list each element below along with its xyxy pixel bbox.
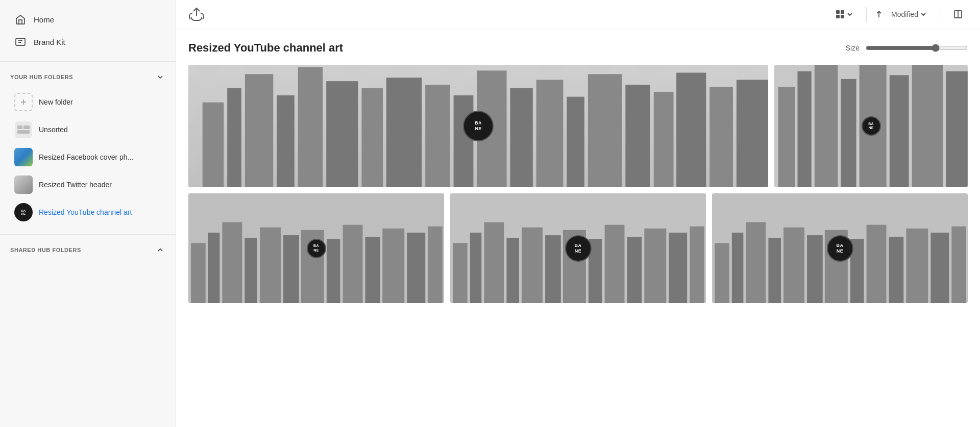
svg-rect-47	[222, 222, 242, 303]
svg-rect-84	[930, 233, 949, 303]
sidebar-item-brand-kit[interactable]: Brand Kit	[10, 31, 165, 53]
yt-thumb-text: BANE	[21, 209, 26, 215]
svg-rect-52	[327, 239, 340, 303]
sidebar-item-home[interactable]: Home	[10, 8, 165, 31]
bane-logo-text-4: BANE	[575, 243, 582, 254]
layout-icon	[953, 10, 963, 19]
sort-dropdown-icon	[920, 11, 926, 17]
main-toolbar: Modified	[176, 0, 980, 29]
svg-rect-19	[298, 67, 323, 187]
svg-rect-7	[836, 10, 840, 14]
upload-button[interactable]	[188, 6, 205, 22]
svg-rect-4	[17, 125, 22, 129]
content-header: Resized YouTube channel art Size	[188, 41, 968, 55]
brand-kit-icon	[14, 36, 27, 48]
skyline-bg-3: BANE	[188, 193, 444, 303]
svg-rect-21	[361, 88, 383, 187]
size-slider[interactable]	[866, 44, 968, 52]
hub-folders-header: YOUR HUB FOLDERS	[10, 72, 165, 82]
svg-rect-71	[690, 227, 704, 303]
twitter-label: Resized Twitter header	[39, 181, 112, 189]
hub-folders-title: YOUR HUB FOLDERS	[10, 74, 73, 80]
svg-rect-50	[283, 235, 299, 303]
svg-rect-36	[778, 87, 795, 187]
home-label: Home	[34, 15, 54, 24]
svg-rect-43	[946, 71, 968, 187]
page-title: Resized YouTube channel art	[188, 41, 343, 55]
facebook-label: Resized Facebook cover ph...	[39, 153, 133, 161]
svg-rect-76	[768, 238, 781, 303]
brand-kit-label: Brand Kit	[34, 38, 65, 46]
svg-rect-41	[890, 75, 909, 187]
image-card-3[interactable]: BANE	[188, 193, 444, 303]
svg-rect-38	[815, 65, 838, 187]
hub-folders-collapse-button[interactable]	[155, 72, 165, 82]
svg-rect-82	[889, 237, 904, 303]
svg-rect-67	[605, 225, 625, 303]
grid-view-button[interactable]	[830, 7, 858, 22]
svg-rect-27	[536, 80, 564, 187]
folder-item-unsorted[interactable]: Unsorted	[10, 116, 165, 143]
unsorted-label: Unsorted	[39, 125, 68, 134]
svg-rect-18	[277, 95, 295, 187]
svg-rect-29	[588, 74, 622, 187]
image-card-5[interactable]: BANE	[712, 193, 968, 303]
bane-logo-text-1: BANE	[475, 120, 482, 132]
skyline-bg-2: BANE	[774, 65, 968, 187]
toolbar-left	[188, 6, 205, 22]
toolbar-right: Modified	[830, 7, 968, 22]
youtube-thumb: BANE	[14, 203, 33, 221]
folder-item-facebook[interactable]: Resized Facebook cover ph...	[10, 143, 165, 171]
bane-logo-2: BANE	[862, 116, 881, 136]
image-card-4[interactable]: BANE	[450, 193, 706, 303]
main-gallery: Resized YouTube channel art Size	[176, 29, 980, 427]
new-folder-label: New folder	[39, 98, 73, 106]
facebook-thumb	[14, 148, 33, 166]
svg-rect-59	[453, 243, 468, 303]
folder-item-youtube[interactable]: BANE Resized YouTube channel art	[10, 198, 165, 226]
folder-item-twitter[interactable]: Resized Twitter header	[10, 171, 165, 198]
shared-folders-header: SHARED HUB FOLDERS	[10, 245, 165, 255]
image-card-2[interactable]: BANE	[774, 65, 968, 187]
size-control: Size	[846, 44, 968, 52]
folder-item-new[interactable]: New folder	[10, 88, 165, 116]
svg-rect-45	[191, 243, 206, 303]
svg-rect-68	[627, 237, 642, 303]
svg-rect-55	[382, 229, 404, 303]
shared-folders-title: SHARED HUB FOLDERS	[10, 247, 81, 253]
shared-folders-expand-button[interactable]	[155, 245, 165, 255]
sidebar-nav: Home Brand Kit	[0, 0, 176, 62]
home-icon	[14, 13, 27, 26]
svg-rect-26	[510, 88, 532, 187]
svg-rect-64	[545, 235, 561, 303]
sort-modified-button[interactable]: Modified	[886, 7, 932, 21]
main-content-area: Modified Resized YouTube channel art Siz…	[176, 0, 980, 427]
svg-rect-34	[737, 80, 768, 187]
svg-rect-42	[912, 65, 943, 187]
svg-rect-6	[17, 130, 30, 134]
svg-rect-85	[951, 227, 966, 303]
size-label: Size	[846, 44, 860, 52]
layout-button[interactable]	[948, 7, 968, 22]
svg-rect-10	[841, 15, 844, 18]
unsorted-icon	[14, 120, 33, 139]
svg-rect-20	[326, 81, 358, 187]
svg-rect-22	[386, 78, 422, 187]
svg-rect-83	[906, 229, 928, 303]
sort-label: Modified	[891, 10, 918, 18]
svg-rect-17	[245, 74, 273, 187]
bane-logo-text-3: BANE	[313, 244, 319, 253]
svg-rect-54	[365, 237, 380, 303]
hub-folders-section: YOUR HUB FOLDERS New folder	[0, 62, 176, 226]
svg-rect-81	[867, 225, 887, 303]
svg-rect-53	[343, 225, 363, 303]
svg-rect-74	[732, 233, 743, 303]
svg-rect-60	[470, 233, 481, 303]
grid-dropdown-icon	[847, 11, 853, 17]
bane-logo-text-5: BANE	[837, 243, 844, 254]
svg-rect-48	[244, 238, 257, 303]
image-card-1[interactable]: BANE	[188, 65, 768, 187]
shared-folders-section: SHARED HUB FOLDERS	[0, 234, 176, 261]
svg-rect-69	[644, 229, 666, 303]
svg-rect-78	[807, 235, 823, 303]
